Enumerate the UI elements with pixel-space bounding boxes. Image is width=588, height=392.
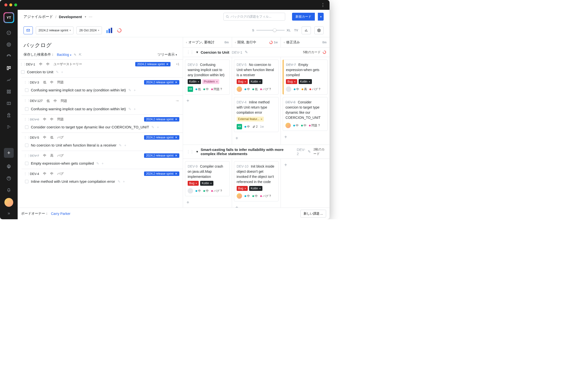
chevron-left-icon[interactable]: ‹ (186, 41, 187, 44)
card-id[interactable]: DEV-8 (286, 100, 295, 104)
drag-handle-icon[interactable]: ⋮⋮ (24, 80, 30, 84)
tag-kotlin[interactable]: Kotlin ✕ (249, 79, 262, 84)
drag-handle-icon[interactable]: ⋮⋮ (20, 62, 26, 66)
column-header[interactable]: ‹ オープン, 要検討 0m (183, 37, 232, 47)
issue-title[interactable]: Empty expression-when gets compiled (31, 161, 94, 166)
chevron-down-icon[interactable]: ▾ (196, 150, 198, 154)
close-icon[interactable]: ✕ (198, 80, 200, 84)
edit-icon[interactable]: ✎ (74, 53, 76, 56)
settings-button[interactable] (314, 26, 324, 34)
tag-kotlin[interactable]: Kotlin ✕ (249, 186, 262, 191)
edit-icon[interactable]: ✎ (128, 88, 131, 92)
tree-view-toggle[interactable]: ツリー表示 ▾ (158, 52, 177, 57)
breadcrumb-project[interactable]: Development (59, 15, 82, 19)
tag-kotlin[interactable]: Kotlin ✕ (200, 181, 214, 186)
issue-id[interactable]: DEV-7 (30, 154, 39, 158)
external-link-icon[interactable]: ⇱ (79, 53, 82, 56)
close-icon[interactable]: ✕ (175, 154, 178, 157)
issue-title[interactable]: No coercion to Unit when function litera… (31, 143, 116, 147)
edit-icon[interactable]: ✎ (118, 180, 120, 184)
close-icon[interactable]: ✕ (259, 80, 261, 84)
backlog-item[interactable]: ⋮⋮ DEV-7 中 高 バグ 2024.2 release sprint ✕ … (22, 151, 183, 169)
issue-id[interactable]: DEV-127 (30, 99, 43, 103)
date-select[interactable]: 26 Oct 2024▾ (76, 26, 102, 34)
tag-bug[interactable]: Bug ✕ (237, 186, 248, 191)
issue-title[interactable]: Coercion to Unit (27, 70, 54, 74)
nav-knowledge[interactable] (4, 98, 14, 108)
chevron-left-icon[interactable]: ‹ (284, 41, 285, 44)
sprint-tag[interactable]: 2024.2 release sprint ✕ (144, 117, 179, 122)
window-menu-icon[interactable]: ⋮ (321, 2, 325, 8)
drag-handle-icon[interactable]: ⋮⋮ (186, 50, 194, 54)
board-card[interactable]: DEV-7 Empty expression-when gets compile… (283, 60, 328, 94)
issue-title[interactable]: Consider coercion to target type dynamic… (31, 125, 149, 129)
user-avatar[interactable] (4, 198, 13, 207)
close-icon[interactable]: ✕ (195, 182, 197, 185)
card-id[interactable]: DEV-5 (237, 63, 246, 67)
card-id[interactable]: DEV-7 (286, 63, 296, 67)
bar-chart-icon[interactable] (106, 28, 112, 33)
nav-timeline[interactable] (4, 52, 14, 61)
add-icon[interactable]: + (123, 180, 125, 184)
add-card-button[interactable]: + (283, 161, 328, 169)
backlog-item[interactable]: ⋮⋮ DEV-3 低 中 問題 2024.2 release sprint ✕ … (22, 78, 183, 96)
board-card[interactable]: DEV-5 No coercion to Unit when function … (234, 60, 279, 94)
backlog-item[interactable]: ⋮⋮ DEV-4 中 中 バグ 2024.2 release sprint ✕ … (22, 169, 183, 187)
tag-ext[interactable]: External featur... ✕ (237, 116, 264, 122)
checkbox[interactable] (25, 162, 28, 165)
nav-reports[interactable] (4, 75, 14, 85)
stats-button[interactable] (302, 26, 311, 34)
add-icon[interactable]: + (102, 162, 104, 166)
nav-help[interactable] (4, 174, 14, 183)
checkbox[interactable] (25, 180, 28, 183)
sprint-tag[interactable]: 2024.2 release sprint ✕ (144, 153, 179, 158)
board-card[interactable]: DEV-4 Inline method with Unit return typ… (234, 97, 279, 132)
new-card-dropdown[interactable]: ▾ (318, 13, 324, 20)
tag-bug[interactable]: Bug ✕ (237, 79, 248, 84)
more-horizontal-icon[interactable]: ⋯ (89, 14, 93, 19)
card-id[interactable]: DEV-9 (188, 164, 198, 168)
tag-bug[interactable]: Bug ✕ (286, 79, 297, 84)
swimlane-name[interactable]: Smart-casting fails to infer nullability… (201, 148, 294, 156)
assignee-avatar[interactable]: AS (237, 124, 242, 129)
close-icon[interactable]: ✕ (175, 136, 178, 139)
edit-icon[interactable]: ✎ (119, 143, 122, 147)
nav-boards[interactable] (4, 63, 14, 73)
close-icon[interactable]: ✕ (308, 80, 310, 84)
swimlane-header[interactable]: ⋮⋮ ▾ Smart-casting fails to infer nullab… (183, 145, 330, 159)
arrow-right-icon[interactable]: → (175, 98, 179, 104)
chevron-left-icon[interactable]: ‹ (235, 41, 236, 44)
sprint-tag[interactable]: 2024.2 release sprint ✕ (144, 80, 179, 84)
issue-id[interactable]: DEV-4 (30, 172, 39, 176)
nav-timesheets[interactable] (4, 110, 14, 120)
drag-handle-icon[interactable]: ⋮⋮ (24, 136, 30, 140)
edit-icon[interactable]: ✎ (96, 162, 99, 166)
add-card-button[interactable]: + (185, 199, 230, 206)
close-icon[interactable]: ✕ (294, 80, 296, 84)
issue-title[interactable]: Confusing warning implicit cast to any (… (31, 107, 126, 111)
close-icon[interactable]: ✕ (259, 187, 261, 190)
assignee-avatar[interactable]: AS (188, 86, 193, 92)
board-card[interactable]: DEV-8 Consider coercion to target type d… (283, 97, 328, 131)
breadcrumb-root[interactable]: アジャイルボード (24, 14, 53, 19)
add-icon[interactable]: + (124, 143, 126, 147)
owner-value[interactable]: Carry Parker (51, 212, 70, 216)
close-window-icon[interactable] (4, 4, 7, 6)
nav-dashboard[interactable] (4, 28, 14, 38)
swimlane-name[interactable]: Coercion to Unit (201, 50, 229, 54)
zoom-thumb[interactable] (273, 28, 276, 32)
close-icon[interactable]: ✕ (244, 80, 246, 84)
card-id[interactable]: DEV-10 (237, 164, 248, 168)
tag-problem[interactable]: Problem ✕ (202, 79, 219, 84)
assignee-avatar[interactable] (286, 123, 291, 128)
sprint-tag[interactable]: 2024.2 release sprint ✕ (135, 62, 170, 66)
add-icon[interactable]: + (134, 88, 136, 92)
assignee-avatar[interactable] (237, 193, 242, 199)
saved-search-value[interactable]: Backlog ▾ (57, 53, 71, 56)
close-icon[interactable]: ✕ (244, 187, 246, 190)
issue-id[interactable]: DEV-1 (26, 62, 35, 66)
sprint-tag[interactable]: 2024.2 release sprint ✕ (144, 172, 179, 176)
nav-gantt[interactable] (4, 122, 14, 132)
edit-icon[interactable]: ✎ (308, 150, 311, 154)
nav-notifications[interactable] (4, 185, 14, 195)
